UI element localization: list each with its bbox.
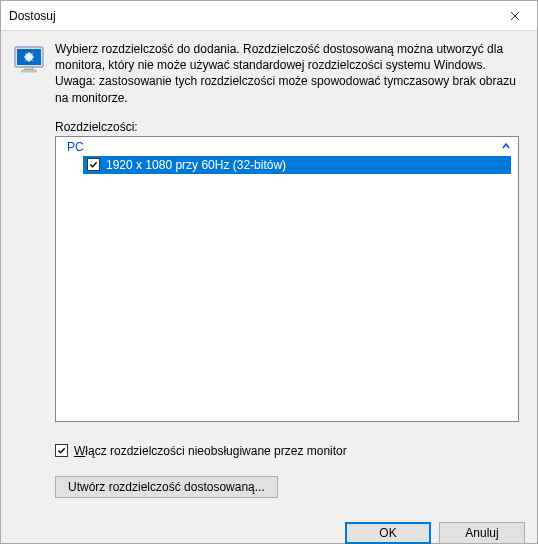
resolutions-listbox[interactable]: PC 1920 x 1080 przy 60Hz (32-bitów) <box>55 136 519 422</box>
svg-rect-3 <box>25 67 33 70</box>
titlebar: Dostosuj <box>1 1 537 31</box>
monitor-icon <box>13 43 45 75</box>
options-area: Włącz rozdzielczości nieobsługiwane prze… <box>55 444 525 498</box>
create-button-label: Utwórz rozdzielczość dostosowaną... <box>68 480 265 494</box>
create-custom-resolution-button[interactable]: Utwórz rozdzielczość dostosowaną... <box>55 476 278 498</box>
resolution-item[interactable]: 1920 x 1080 przy 60Hz (32-bitów) <box>83 156 511 174</box>
enable-unsupported-row[interactable]: Włącz rozdzielczości nieobsługiwane prze… <box>55 444 525 458</box>
close-icon <box>510 11 520 21</box>
customize-dialog: Dostosuj Wybierz rozdzielczość do dodani… <box>0 0 538 544</box>
content-area: Wybierz rozdzielczość do dodania. Rozdzi… <box>1 31 537 510</box>
dialog-footer: OK Anuluj <box>1 510 537 544</box>
check-icon <box>57 446 66 455</box>
check-icon <box>89 160 98 169</box>
ok-button[interactable]: OK <box>345 522 431 544</box>
close-button[interactable] <box>492 1 537 30</box>
collapse-icon <box>501 141 511 153</box>
window-title: Dostosuj <box>9 9 56 23</box>
description-row: Wybierz rozdzielczość do dodania. Rozdzi… <box>13 41 525 106</box>
group-header[interactable]: PC <box>57 138 517 156</box>
resolution-label: 1920 x 1080 przy 60Hz (32-bitów) <box>106 158 507 172</box>
resolution-checkbox[interactable] <box>87 158 100 171</box>
enable-unsupported-checkbox[interactable] <box>55 444 68 457</box>
resolutions-label: Rozdzielczości: <box>55 120 525 134</box>
enable-unsupported-label: Włącz rozdzielczości nieobsługiwane prze… <box>74 444 347 458</box>
description-text: Wybierz rozdzielczość do dodania. Rozdzi… <box>55 41 525 106</box>
svg-rect-4 <box>22 70 36 72</box>
cancel-button[interactable]: Anuluj <box>439 522 525 544</box>
group-label: PC <box>67 140 84 154</box>
